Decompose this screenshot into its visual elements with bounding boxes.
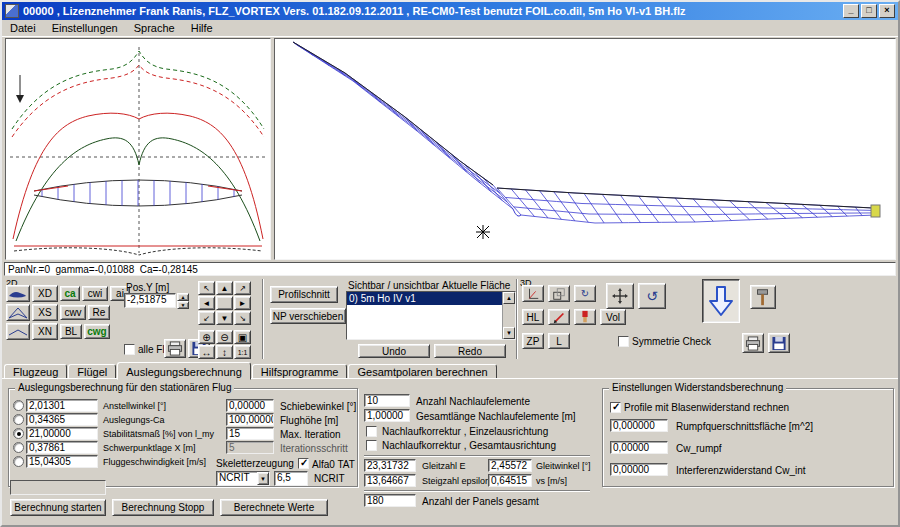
zoom-out-button[interactable]: ⊖: [216, 330, 233, 344]
berechnete-werte-button[interactable]: Berechnete Werte: [220, 499, 328, 516]
airfoil-view-button[interactable]: [6, 285, 30, 302]
np-verschieben-button[interactable]: NP verschieben: [270, 308, 346, 324]
flughoehe-input[interactable]: 100,00000: [226, 413, 274, 426]
cwg-toggle-button[interactable]: cwg: [84, 324, 110, 339]
rumpfquerschnitt-input[interactable]: 0,000000: [610, 419, 668, 432]
zoom-x-button[interactable]: ↔: [198, 345, 215, 359]
surface-list-item[interactable]: 0) 5m Ho IV v1: [347, 292, 502, 305]
nachlaufkorrektur-einzel-checkbox[interactable]: [366, 426, 377, 437]
alfa0-tat-checkbox[interactable]: [298, 458, 309, 469]
zoom-in-button[interactable]: ⊕: [198, 330, 215, 344]
listbox-scrollbar[interactable]: ▲ ▼: [502, 292, 515, 339]
tab-hilfsprogramme[interactable]: Hilfsprogramme: [252, 364, 348, 379]
cwv-toggle-button[interactable]: cwv: [60, 305, 86, 320]
planform-view-button[interactable]: [6, 304, 30, 321]
graph-3d-panel[interactable]: [274, 38, 896, 260]
pan-down-left-button[interactable]: ↙: [198, 311, 215, 325]
tab-fluegel[interactable]: Flügel: [68, 364, 116, 379]
perspective-button[interactable]: [548, 285, 570, 302]
cwi-toggle-button[interactable]: cwi: [82, 286, 108, 301]
ca-toggle-button[interactable]: ca: [60, 286, 80, 301]
zoom-reset-button[interactable]: 1:1: [234, 345, 251, 359]
pan-up-right-button[interactable]: ↗: [234, 281, 251, 295]
berechnung-starten-button[interactable]: Berechnung starten: [10, 499, 106, 516]
save-3d-button[interactable]: [768, 333, 790, 353]
xs-button[interactable]: XS: [32, 304, 58, 321]
ncrit-value-input[interactable]: 6,5: [274, 471, 308, 486]
pan-up-button[interactable]: ▲: [216, 281, 233, 295]
menu-item-einstellungen[interactable]: Einstellungen: [44, 21, 126, 35]
bl-button[interactable]: BL: [60, 324, 82, 339]
frontview-button[interactable]: [6, 323, 30, 340]
pan-down-right-button[interactable]: ↘: [234, 311, 251, 325]
zp-button[interactable]: ZP: [522, 333, 544, 349]
maximize-button[interactable]: □: [861, 4, 877, 18]
gesamtlaenge-nachlauf-input[interactable]: 1,00000: [364, 409, 410, 422]
tab-flugzeug[interactable]: Flugzeug: [4, 364, 67, 379]
posy-spinner-up[interactable]: ▲: [177, 293, 189, 301]
radio-fluggeschwindigkeit[interactable]: [13, 456, 24, 467]
undo-button[interactable]: Undo: [358, 344, 430, 358]
rotate-cw-button[interactable]: ↻: [574, 285, 596, 302]
stabilitaetsmass-input[interactable]: 21,00000: [26, 427, 98, 440]
pan-right-button[interactable]: ►: [234, 296, 251, 310]
rebuild-button[interactable]: [750, 285, 776, 309]
close-button[interactable]: ×: [879, 4, 895, 18]
menu-item-hilfe[interactable]: Hilfe: [183, 21, 221, 35]
print-3d-button[interactable]: [742, 333, 764, 353]
view-direction-button[interactable]: [702, 279, 740, 323]
pan-left-button[interactable]: ◄: [198, 296, 215, 310]
hl-button[interactable]: HL: [522, 309, 544, 325]
scroll-up-button[interactable]: ▲: [503, 292, 515, 304]
axes-3d-button[interactable]: [522, 285, 544, 302]
tab-gesamtpolaren[interactable]: Gesamtpolaren berechnen: [348, 364, 496, 379]
nachlaufkorrektur-gesamt-checkbox[interactable]: [366, 440, 377, 451]
radio-anstellwinkel[interactable]: [13, 400, 24, 411]
menu-item-sprache[interactable]: Sprache: [126, 21, 183, 35]
re-toggle-button[interactable]: Re: [88, 305, 110, 320]
tab-auslegungsberechnung[interactable]: Auslegungsberechnung: [117, 362, 251, 380]
auslegungs-ca-input[interactable]: 0,34365: [26, 413, 98, 426]
blasenwiderstand-checkbox[interactable]: [610, 402, 621, 413]
radio-schwerpunktlage[interactable]: [13, 442, 24, 453]
pan-up-left-button[interactable]: ↖: [198, 281, 215, 295]
symmetrie-check-checkbox[interactable]: [618, 336, 629, 347]
max-iteration-input[interactable]: 15: [226, 427, 274, 440]
pan-center-button[interactable]: [216, 296, 233, 310]
posy-input[interactable]: -2,51875: [124, 293, 176, 308]
zoom-y-button[interactable]: ↕: [216, 345, 233, 359]
anzahl-nachlauf-input[interactable]: 10: [364, 394, 410, 407]
iterationsschritt-input[interactable]: 5: [226, 441, 274, 454]
l-button[interactable]: L: [548, 333, 570, 349]
pan-down-button[interactable]: ▼: [216, 311, 233, 325]
radio-stabilitaetsmass[interactable]: [13, 428, 24, 439]
redo-button[interactable]: Redo: [434, 344, 506, 358]
print-2d-button[interactable]: [164, 339, 186, 358]
posy-spinner-down[interactable]: ▼: [177, 301, 189, 309]
anstellwinkel-input[interactable]: 2,01301: [26, 399, 98, 412]
fluggeschwindigkeit-input[interactable]: 15,04305: [26, 455, 98, 468]
rotate-ccw-button[interactable]: ↺: [638, 283, 666, 309]
zoom-fit-button[interactable]: ▣: [234, 330, 251, 344]
schiebewinkel-input[interactable]: 0,00000: [226, 399, 274, 412]
alle-fluegel-checkbox[interactable]: [124, 344, 135, 355]
profilschnitt-button[interactable]: Profilschnitt: [270, 286, 338, 303]
interferenzwiderstand-input[interactable]: 0,00000: [610, 463, 668, 476]
titlebar[interactable]: 00000 , Lizenznehmer Frank Ranis, FLZ_VO…: [2, 2, 898, 20]
radio-auslegungs-ca[interactable]: [13, 414, 24, 425]
pencil-button[interactable]: [548, 309, 570, 325]
surface-listbox[interactable]: 0) 5m Ho IV v1 ▲ ▼: [346, 291, 516, 340]
vol-button[interactable]: Vol: [600, 309, 626, 325]
menu-item-datei[interactable]: Datei: [2, 21, 44, 35]
xd-button[interactable]: XD: [32, 285, 58, 302]
ncrit-dropdown-arrow[interactable]: ▼: [257, 472, 269, 485]
minimize-button[interactable]: _: [843, 4, 859, 18]
schwerpunktlage-input[interactable]: 0,37861: [26, 441, 98, 454]
brush-button[interactable]: [574, 309, 596, 325]
scroll-down-button[interactable]: ▼: [503, 327, 515, 339]
xn-button[interactable]: XN: [32, 323, 58, 340]
berechnung-stopp-button[interactable]: Berechnung Stopp: [112, 499, 214, 516]
graph-2d-panel[interactable]: [5, 38, 271, 260]
pan-3d-button[interactable]: [606, 283, 634, 309]
cw-rumpf-input[interactable]: 0,00000: [610, 441, 668, 454]
